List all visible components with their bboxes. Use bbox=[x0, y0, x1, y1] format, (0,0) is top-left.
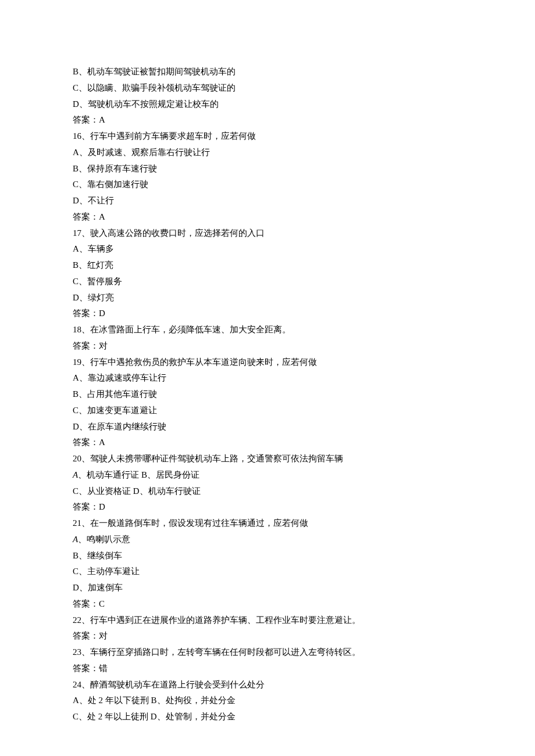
text-line: 答案：错 bbox=[73, 661, 462, 677]
text-line: C、从业资格证 D、机动车行驶证 bbox=[73, 483, 462, 500]
text-line: B、保持原有车速行驶 bbox=[73, 161, 462, 177]
text-line: 答案：对 bbox=[73, 628, 462, 644]
text-line: C、处 2 年以上徒刑 D、处管制，并处分金 bbox=[73, 709, 462, 725]
text-line: 答案：A bbox=[73, 435, 462, 451]
document-page: B、机动车驾驶证被暂扣期间驾驶机动车的C、以隐瞒、欺骗手段补领机动车驾驶证的D、… bbox=[0, 0, 535, 756]
option-text: 、鸣喇叭示意 bbox=[78, 535, 130, 544]
text-line: C、靠右侧加速行驶 bbox=[73, 177, 462, 193]
text-line: 17、驶入高速公路的收费口时，应选择若何的入口 bbox=[73, 225, 462, 242]
text-line: 22、行车中遇到正在进展作业的道路养护车辆、工程作业车时要注意避让。 bbox=[73, 612, 462, 629]
text-line: D、在原车道内继续行驶 bbox=[73, 419, 462, 435]
text-line: 18、在冰雪路面上行车，必须降低车速、加大安全距离。 bbox=[73, 322, 462, 338]
text-line: A、靠边减速或停车让行 bbox=[73, 370, 462, 386]
text-line: D、不让行 bbox=[73, 193, 462, 209]
text-line: 23、车辆行至穿插路口时，左转弯车辆在任何时段都可以进入左弯待转区。 bbox=[73, 644, 462, 661]
text-line: 21、在一般道路倒车时，假设发现有过往车辆通过，应若何做 bbox=[73, 515, 462, 532]
text-line: A、鸣喇叭示意 bbox=[73, 532, 462, 548]
text-line: A、处 2 年以下徒刑 B、处拘役，并处分金 bbox=[73, 693, 462, 709]
text-line: D、绿灯亮 bbox=[73, 290, 462, 306]
text-line: A、机动车通行证 B、居民身份证 bbox=[73, 467, 462, 483]
text-line: 答案：A bbox=[73, 209, 462, 225]
text-line: 答案：对 bbox=[73, 338, 462, 354]
option-letter: A bbox=[73, 470, 78, 479]
text-line: 答案：C bbox=[73, 596, 462, 612]
text-line: C、加速变更车道避让 bbox=[73, 403, 462, 419]
text-line: A、车辆多 bbox=[73, 241, 462, 257]
text-line: 答案：A bbox=[73, 112, 462, 128]
text-line: 答案：D bbox=[73, 306, 462, 322]
text-line: A、及时减速、观察后靠右行驶让行 bbox=[73, 145, 462, 161]
text-line: 16、行车中遇到前方车辆要求超车时，应若何做 bbox=[73, 128, 462, 145]
text-line: D、驾驶机动车不按照规定避让校车的 bbox=[73, 96, 462, 113]
text-line: B、红灯亮 bbox=[73, 257, 462, 274]
option-letter: A bbox=[73, 535, 78, 544]
text-line: 20、驾驶人未携带哪种证件驾驶机动车上路，交通警察可依法拘留车辆 bbox=[73, 451, 462, 467]
text-line: C、主动停车避让 bbox=[73, 564, 462, 580]
text-line: 24、醉酒驾驶机动车在道路上行驶会受到什么处分 bbox=[73, 677, 462, 693]
text-line: B、机动车驾驶证被暂扣期间驾驶机动车的 bbox=[73, 64, 462, 80]
text-line: 答案：D bbox=[73, 499, 462, 515]
text-line: B、继续倒车 bbox=[73, 548, 462, 564]
text-line: C、暂停服务 bbox=[73, 274, 462, 290]
text-line: 19、行车中遇抢救伤员的救护车从本车道逆向驶来时，应若何做 bbox=[73, 354, 462, 371]
text-line: B、占用其他车道行驶 bbox=[73, 386, 462, 403]
option-text: 、机动车通行证 B、居民身份证 bbox=[78, 470, 199, 479]
text-line: C、以隐瞒、欺骗手段补领机动车驾驶证的 bbox=[73, 80, 462, 96]
text-line: D、加速倒车 bbox=[73, 580, 462, 596]
